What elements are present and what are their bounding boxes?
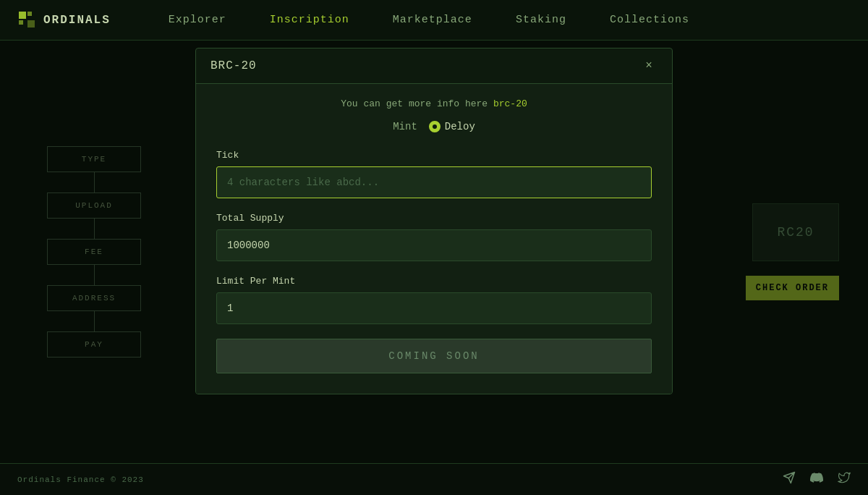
radio-dot[interactable] — [429, 121, 441, 132]
tick-label: Tick — [216, 150, 652, 161]
telegram-icon[interactable] — [783, 471, 796, 488]
deploy-radio[interactable]: Deloy — [429, 121, 475, 132]
modal-overlay: BRC-20 × You can get more info here brc-… — [0, 41, 868, 463]
nav-item-inscription[interactable]: Inscription — [270, 14, 349, 26]
limit-per-mint-field-group: Limit Per Mint — [216, 276, 652, 324]
mint-label: Mint — [393, 121, 417, 132]
footer-icons — [783, 471, 851, 488]
brc20-modal: BRC-20 × You can get more info here brc-… — [195, 48, 673, 394]
nav-item-marketplace[interactable]: Marketplace — [393, 14, 472, 26]
total-supply-input[interactable] — [216, 229, 652, 261]
twitter-icon[interactable] — [838, 471, 851, 488]
main-content: TYPE UPLOAD FEE ADDRESS PAY RC20 CHECK O… — [0, 41, 868, 463]
nav-item-staking[interactable]: Staking — [516, 14, 566, 26]
footer: Ordinals Finance © 2023 — [0, 463, 868, 495]
logo: ORDINALS — [17, 10, 111, 30]
tick-input[interactable] — [216, 166, 652, 198]
info-text: You can get more info here brc-20 — [216, 98, 652, 109]
radio-dot-inner — [433, 124, 437, 129]
tick-field-group: Tick — [216, 150, 652, 198]
total-supply-field-group: Total Supply — [216, 213, 652, 261]
info-link[interactable]: brc-20 — [493, 98, 527, 109]
header: ORDINALS Explorer Inscription Marketplac… — [0, 0, 868, 41]
limit-per-mint-label: Limit Per Mint — [216, 276, 652, 287]
logo-text: ORDINALS — [43, 14, 111, 27]
modal-header: BRC-20 × — [196, 48, 672, 84]
modal-title: BRC-20 — [210, 59, 257, 72]
modal-close-button[interactable]: × — [640, 57, 658, 75]
nav-item-collections[interactable]: Collections — [610, 14, 689, 26]
modal-body: You can get more info here brc-20 Mint D… — [196, 84, 672, 394]
svg-rect-0 — [19, 12, 26, 19]
deploy-label: Deloy — [445, 121, 475, 132]
main-nav: Explorer Inscription Marketplace Staking… — [169, 14, 689, 26]
footer-copyright: Ordinals Finance © 2023 — [17, 475, 144, 484]
svg-rect-2 — [19, 20, 23, 25]
svg-rect-3 — [27, 20, 35, 28]
svg-rect-1 — [27, 12, 32, 16]
coming-soon-button: COMING SOON — [216, 339, 652, 373]
toggle-row: Mint Deloy — [216, 121, 652, 132]
discord-icon[interactable] — [810, 471, 823, 488]
nav-item-explorer[interactable]: Explorer — [169, 14, 226, 26]
total-supply-label: Total Supply — [216, 213, 652, 224]
limit-per-mint-input[interactable] — [216, 292, 652, 324]
logo-icon — [17, 10, 38, 30]
